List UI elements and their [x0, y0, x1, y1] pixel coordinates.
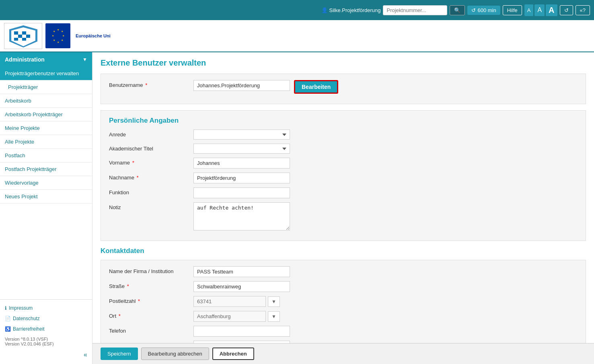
akademischer-titel-select[interactable]: Dr. Prof. — [193, 144, 290, 154]
svg-rect-6 — [26, 31, 30, 35]
svg-rect-11 — [14, 38, 18, 41]
save-button[interactable]: Speichern — [101, 348, 138, 360]
ort-row: Ort * ▼ — [109, 311, 578, 322]
timer-value: 600 min — [477, 7, 496, 13]
funktion-input[interactable] — [193, 187, 290, 198]
sidebar-item-arbeitskorb-pt[interactable]: Arbeitskorb Projektträger — [0, 108, 92, 121]
cancel-button[interactable]: Abbrechen — [212, 348, 254, 360]
akademischer-titel-row: Akademischer Titel Dr. Prof. — [109, 144, 578, 154]
anrede-row: Anrede Herr Frau — [109, 130, 578, 140]
svg-rect-12 — [18, 38, 22, 41]
username-row: Benutzername * Bearbeiten — [109, 80, 578, 94]
user-info: 👤 Silke.Projektförderung — [321, 7, 381, 13]
svg-rect-4 — [18, 31, 22, 35]
eu-label: Europäische Uni — [76, 33, 113, 38]
version-info: Version ^8.0.13 (VSF)Version V2.01.046 (… — [0, 334, 92, 349]
bavaria-logo — [4, 23, 42, 49]
username-label: Benutzername * — [109, 80, 189, 88]
font-large-button[interactable]: A — [546, 4, 557, 16]
anrede-select[interactable]: Herr Frau — [193, 130, 290, 140]
nachname-label: Nachname * — [109, 173, 189, 181]
svg-rect-3 — [14, 31, 18, 35]
sidebar-item-barrierefreiheit[interactable]: ♿ Barrierefreiheit — [0, 324, 92, 334]
svg-text:★: ★ — [52, 35, 54, 37]
svg-text:★: ★ — [53, 30, 55, 33]
plz-dropdown-arrow[interactable]: ▼ — [268, 296, 280, 307]
eu-logo: ★ ★ ★ ★ ★ ★ ★ ★ — [45, 23, 70, 48]
sidebar-collapse-button[interactable]: « — [0, 349, 92, 361]
header-logos: ★ ★ ★ ★ ★ ★ ★ ★ Europäische Uni — [0, 20, 594, 52]
sidebar-item-projekttraeger[interactable]: Projektträger — [0, 80, 92, 94]
reload-button[interactable]: ↺ — [560, 5, 573, 15]
funktion-label: Funktion — [109, 187, 189, 195]
main-layout: Administration ▼ Projektträgerbenutzer v… — [0, 52, 594, 364]
username-section: Benutzername * Bearbeiten — [101, 74, 586, 104]
nachname-required-marker: * — [137, 175, 139, 181]
telefon-input[interactable] — [193, 326, 290, 337]
svg-rect-7 — [14, 35, 18, 38]
svg-rect-10 — [26, 35, 30, 38]
kontakt-section-title: Kontaktdaten — [101, 247, 586, 255]
bearbeiten-button[interactable]: Bearbeiten — [294, 80, 338, 94]
sidebar-item-datenschutz[interactable]: 📄 Datenschutz — [0, 313, 92, 324]
vorname-row: Vorname * — [109, 158, 578, 169]
notiz-label: Notiz — [109, 202, 189, 210]
strasse-input[interactable] — [193, 281, 290, 292]
ort-required-marker: * — [119, 313, 121, 319]
username-input[interactable] — [193, 80, 290, 91]
strasse-label: Straße * — [109, 281, 189, 289]
firma-input[interactable] — [193, 266, 290, 277]
notiz-row: Notiz auf Rechte achten! — [109, 202, 578, 230]
anrede-label: Anrede — [109, 130, 189, 138]
svg-rect-9 — [22, 35, 26, 38]
ort-dropdown-arrow[interactable]: ▼ — [268, 311, 280, 322]
ort-group: ▼ — [193, 311, 280, 322]
nachname-input[interactable] — [193, 173, 290, 183]
cancel-edit-button[interactable]: Bearbeitung abbrechen — [141, 348, 209, 360]
vorname-label: Vorname * — [109, 158, 189, 166]
help-button[interactable]: Hilfe — [503, 5, 522, 15]
firma-row: Name der Firma / Institution — [109, 266, 578, 277]
svg-rect-5 — [22, 31, 26, 35]
svg-text:★: ★ — [61, 39, 63, 41]
sidebar-item-neues-projekt[interactable]: Neues Projekt — [0, 190, 92, 204]
main-content: Externe Benutzer verwalten Benutzername … — [92, 52, 594, 364]
datenschutz-icon: 📄 — [5, 316, 11, 321]
plz-input[interactable] — [193, 296, 266, 307]
arrows-button[interactable]: «? — [576, 5, 590, 15]
sidebar-item-alle-projekte[interactable]: Alle Projekte — [0, 135, 92, 149]
sidebar-item-impressum[interactable]: ℹ Impressum — [0, 303, 92, 313]
sidebar-item-projekttraegerbenutzer[interactable]: Projektträgerbenutzer verwalten — [0, 67, 92, 80]
ort-input[interactable] — [193, 311, 266, 322]
ort-label: Ort * — [109, 311, 189, 319]
svg-text:★: ★ — [57, 41, 59, 43]
sidebar-bottom: ℹ Impressum 📄 Datenschutz ♿ Barrierefrei… — [0, 299, 92, 364]
vorname-input[interactable] — [193, 158, 290, 169]
sidebar-item-postfach[interactable]: Postfach — [0, 149, 92, 162]
refresh-icon: ↺ — [471, 7, 476, 13]
strasse-row: Straße * — [109, 281, 578, 292]
page-title: Externe Benutzer verwalten — [101, 58, 586, 68]
plz-row: Postleitzahl * ▼ — [109, 296, 578, 307]
footer-buttons: Speichern Bearbeitung abbrechen Abbreche… — [92, 343, 594, 364]
font-small-button[interactable]: A — [524, 4, 534, 16]
username-display: Silke.Projektförderung — [329, 7, 381, 13]
telefon-label: Telefon — [109, 326, 189, 334]
sidebar-item-arbeitskorb[interactable]: Arbeitskorb — [0, 94, 92, 108]
svg-text:★: ★ — [62, 35, 64, 37]
plz-required-marker: * — [138, 298, 140, 304]
sidebar-administration-header[interactable]: Administration ▼ — [0, 52, 92, 67]
project-number-input[interactable] — [383, 5, 447, 15]
sidebar-item-meine-projekte[interactable]: Meine Projekte — [0, 121, 92, 135]
sidebar-item-postfach-pt[interactable]: Postfach Projektträger — [0, 162, 92, 176]
sidebar-administration-label: Administration — [5, 56, 45, 63]
search-button[interactable]: 🔍 — [450, 5, 465, 15]
user-icon: 👤 — [321, 7, 328, 13]
svg-rect-14 — [26, 38, 30, 41]
svg-rect-13 — [22, 38, 26, 41]
svg-text:★: ★ — [57, 29, 59, 31]
sidebar-item-wiedervorlage[interactable]: Wiedervorlage — [0, 176, 92, 190]
notiz-textarea[interactable]: auf Rechte achten! — [193, 202, 290, 230]
plz-group: ▼ — [193, 296, 280, 307]
font-medium-button[interactable]: A — [534, 4, 545, 16]
